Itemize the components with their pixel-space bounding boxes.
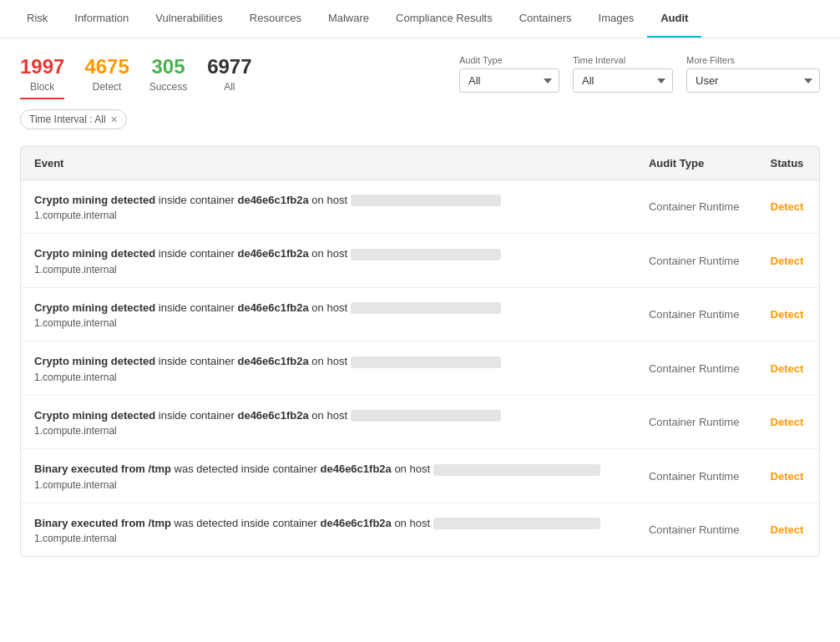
stat-success[interactable]: 305 Success [149,55,187,99]
nav-tab-vulnerabilities[interactable]: Vulnerabilities [142,0,235,38]
status-cell: Detect [757,341,819,396]
stats-group: 1997 Block 4675 Detect 305 Success 6977 … [20,55,252,99]
more-filters-label: More Filters [686,55,820,65]
status-cell: Detect [757,179,819,234]
nav-tab-audit[interactable]: Audit [647,0,701,38]
stat-detect-value: 4675 [84,55,129,79]
stat-detect-label: Detect [93,81,122,93]
event-cell: Crypto mining detected inside container … [21,179,635,234]
filters-area: Audit Type All Time Interval All More Fi… [459,55,820,96]
stat-all-value: 6977 [207,55,251,79]
nav-tab-containers[interactable]: Containers [506,0,585,38]
event-cell: Binary executed from /tmp was detected i… [21,503,635,556]
status-cell: Detect [757,395,819,449]
audit-table-container: Event Audit Type Status Crypto mining de… [20,146,820,558]
audit-type-cell: Container Runtime [635,287,757,341]
event-cell: Crypto mining detected inside container … [21,395,635,449]
time-interval-select[interactable]: All [573,68,673,93]
audit-type-cell: Container Runtime [635,179,757,234]
nav-tab-risk[interactable]: Risk [13,0,61,38]
status-cell: Detect [757,449,819,503]
audit-type-cell: Container Runtime [635,395,757,449]
audit-type-cell: Container Runtime [635,234,757,288]
nav-tab-malware[interactable]: Malware [315,0,382,38]
more-filters-group: More Filters User [686,55,820,93]
table-row[interactable]: Binary executed from /tmp was detected i… [21,503,819,556]
active-filters-row: Time Interval : All × [0,103,840,139]
audit-type-cell: Container Runtime [635,341,757,396]
time-interval-tag-text: Time Interval : All [29,114,106,125]
status-cell: Detect [757,503,819,556]
event-cell: Crypto mining detected inside container … [21,287,635,341]
status-cell: Detect [757,287,819,341]
stat-all[interactable]: 6977 All [207,55,251,99]
audit-type-select[interactable]: All [459,68,559,93]
time-interval-filter: Time Interval All [573,55,673,93]
stat-detect[interactable]: 4675 Detect [84,55,129,99]
table-row[interactable]: Binary executed from /tmp was detected i… [21,449,819,503]
user-filter-select[interactable]: User [686,68,820,93]
table-row[interactable]: Crypto mining detected inside container … [21,234,819,288]
nav-tab-images[interactable]: Images [585,0,648,38]
event-cell: Crypto mining detected inside container … [21,341,635,396]
stat-all-label: All [224,81,235,93]
table-row[interactable]: Crypto mining detected inside container … [21,179,819,234]
nav-tab-information[interactable]: Information [61,0,142,38]
audit-type-cell: Container Runtime [635,449,757,503]
event-cell: Binary executed from /tmp was detected i… [21,449,635,503]
table-row[interactable]: Crypto mining detected inside container … [21,395,819,449]
table-row[interactable]: Crypto mining detected inside container … [21,341,819,396]
stat-block[interactable]: 1997 Block [20,55,64,99]
audit-table: Event Audit Type Status Crypto mining de… [21,147,819,557]
time-interval-tag-close[interactable]: × [111,114,118,125]
audit-type-cell: Container Runtime [635,503,757,556]
col-event: Event [21,147,635,180]
time-interval-tag: Time Interval : All × [20,109,127,129]
table-row[interactable]: Crypto mining detected inside container … [21,287,819,341]
time-interval-label: Time Interval [573,55,673,65]
col-status: Status [757,147,819,180]
table-header-row: Event Audit Type Status [21,147,819,180]
nav-tab-resources[interactable]: Resources [236,0,315,38]
status-cell: Detect [757,234,819,288]
nav-tabs: RiskInformationVulnerabilitiesResourcesM… [0,0,840,38]
stat-block-value: 1997 [20,55,64,79]
col-audit-type: Audit Type [635,147,757,180]
stat-success-label: Success [149,81,187,93]
stats-and-filters-row: 1997 Block 4675 Detect 305 Success 6977 … [0,38,840,103]
event-cell: Crypto mining detected inside container … [21,234,635,288]
audit-type-filter: Audit Type All [459,55,559,93]
stat-block-label: Block [30,81,54,93]
nav-tab-compliance-results[interactable]: Compliance Results [382,0,506,38]
stat-success-value: 305 [151,55,185,79]
audit-type-label: Audit Type [459,55,559,65]
